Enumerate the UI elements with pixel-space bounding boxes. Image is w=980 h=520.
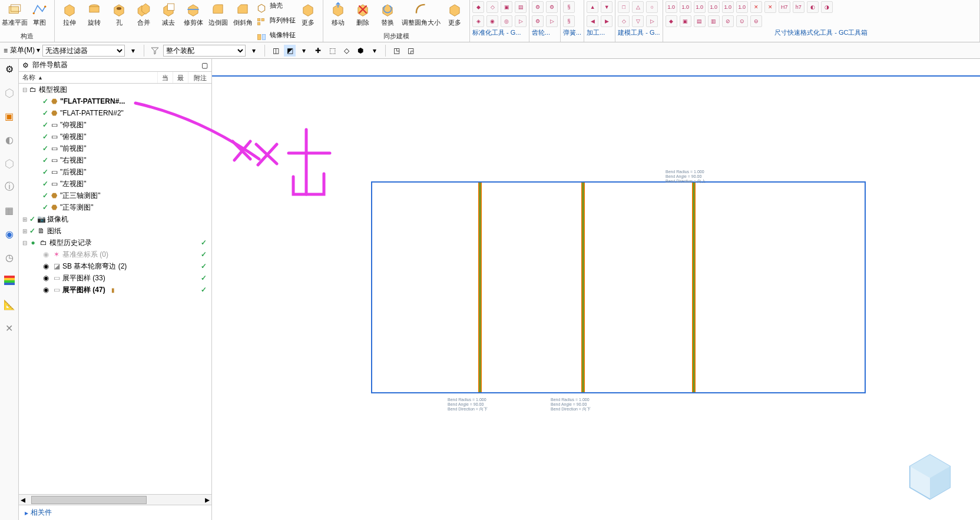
- delete-button[interactable]: 删除: [350, 0, 375, 26]
- gear-icon[interactable]: ⚙: [546, 1, 558, 13]
- assy-dd-icon[interactable]: ▾: [248, 45, 260, 57]
- more2-button[interactable]: 更多: [442, 0, 467, 26]
- dim-icon[interactable]: 1.0: [708, 1, 720, 13]
- more1-button[interactable]: 更多: [296, 0, 320, 26]
- tool-spring-label[interactable]: 弹簧...: [563, 28, 581, 37]
- pattern-button[interactable]: [255, 16, 268, 29]
- model-icon[interactable]: □: [618, 1, 630, 13]
- dim-icon[interactable]: ⊖: [750, 15, 762, 27]
- resize-button[interactable]: 调整圆角大小: [400, 0, 442, 26]
- tree-cameras[interactable]: ⊞✓📷摄像机: [19, 213, 211, 225]
- toolbar-icon[interactable]: ◫: [270, 45, 282, 57]
- model-icon[interactable]: △: [632, 1, 644, 13]
- globe-icon[interactable]: ◉: [3, 227, 16, 240]
- toolbar-icon[interactable]: ◇: [340, 45, 352, 57]
- funnel-icon[interactable]: [149, 45, 161, 57]
- replace-button[interactable]: 替换: [375, 0, 400, 26]
- gear-icon[interactable]: ⚙: [532, 15, 544, 27]
- dim-icon[interactable]: ◑: [821, 1, 833, 13]
- canvas[interactable]: Bend Radius = 1.000Bend Angle = 90.00Ben…: [212, 59, 980, 520]
- std-icon[interactable]: ◎: [501, 15, 512, 27]
- navigator-scrollbar[interactable]: ◂▸: [19, 494, 211, 505]
- std-icon[interactable]: ▣: [501, 1, 512, 13]
- cube-icon[interactable]: [3, 86, 16, 99]
- surface-icon[interactable]: ◐: [3, 133, 16, 146]
- subtract-button[interactable]: 减去: [156, 0, 181, 26]
- tool-model-label[interactable]: 建模工具 - G...: [618, 28, 660, 37]
- toolbar-icon[interactable]: ◳: [390, 45, 402, 57]
- dim-icon[interactable]: ▥: [708, 15, 720, 27]
- dim-icon[interactable]: ✕: [764, 1, 776, 13]
- flat-pattern-sheet[interactable]: [371, 181, 866, 393]
- dim-icon[interactable]: h7: [793, 1, 804, 13]
- toolbar-icon[interactable]: ✚: [312, 45, 324, 57]
- tree-history[interactable]: ⊟●🗀模型历史记录✓: [19, 237, 211, 249]
- toolbar-icon-active[interactable]: ◩: [284, 45, 296, 57]
- dim-icon[interactable]: ◐: [807, 1, 819, 13]
- std-icon[interactable]: ◈: [472, 15, 484, 27]
- spring-icon[interactable]: §: [563, 1, 575, 13]
- dim-icon[interactable]: ◆: [666, 15, 677, 27]
- mirror-button[interactable]: [255, 31, 268, 44]
- model-icon[interactable]: ○: [646, 1, 658, 13]
- std-icon[interactable]: ◉: [486, 15, 498, 27]
- gear-icon[interactable]: ⚙: [3, 62, 16, 75]
- filter-icon[interactable]: ▾: [127, 45, 139, 57]
- eye-icon[interactable]: ◉: [41, 273, 51, 283]
- toolbar-icon[interactable]: ⬢: [355, 45, 366, 57]
- menu-button[interactable]: 菜单(M) ▾: [10, 45, 40, 55]
- std-icon[interactable]: ◆: [472, 1, 484, 13]
- maximize-icon[interactable]: ▢: [201, 61, 208, 69]
- dim-icon[interactable]: ⊘: [722, 15, 734, 27]
- info-icon[interactable]: ⓘ: [3, 180, 16, 193]
- spring-icon[interactable]: §: [563, 15, 575, 27]
- eye-icon[interactable]: ◉: [41, 250, 51, 259]
- dim-icon[interactable]: ✕: [750, 1, 762, 13]
- mach-icon[interactable]: ◀: [587, 15, 598, 27]
- toolbar-icon[interactable]: ▾: [369, 45, 380, 57]
- hamburger-icon[interactable]: ≡: [4, 47, 8, 55]
- camera-icon[interactable]: ▣: [3, 110, 16, 122]
- col-cur-header[interactable]: 当: [157, 72, 173, 83]
- assembly-select[interactable]: 整个装配: [163, 45, 246, 57]
- tool-std-label[interactable]: 标准化工具 - G...: [472, 28, 527, 37]
- chamfer-button[interactable]: 倒斜角: [230, 0, 255, 26]
- dim-icon[interactable]: ▣: [680, 15, 691, 27]
- datum-plane-button[interactable]: 基准平面: [2, 0, 27, 26]
- tool-icon[interactable]: ✕: [3, 322, 16, 334]
- sketch-button[interactable]: 草图: [27, 0, 52, 26]
- mach-icon[interactable]: ▶: [601, 15, 612, 27]
- palette-icon[interactable]: [3, 274, 16, 287]
- move-button[interactable]: 移动: [326, 0, 350, 26]
- calendar-icon[interactable]: ▦: [3, 204, 16, 217]
- toolbar-icon[interactable]: ▾: [298, 45, 310, 57]
- dim-icon[interactable]: 1.0: [680, 1, 691, 13]
- dim-icon[interactable]: 1.0: [694, 1, 706, 13]
- std-icon[interactable]: ▤: [515, 1, 527, 13]
- mach-icon[interactable]: ▲: [587, 1, 598, 13]
- dim-icon[interactable]: 1.0: [666, 1, 677, 13]
- filter-select[interactable]: 无选择过滤器: [42, 45, 125, 57]
- model-icon[interactable]: ◇: [618, 15, 630, 27]
- edgeblend-button[interactable]: 边倒圆: [206, 0, 230, 26]
- tree-drawings[interactable]: ⊞✓🗎图纸: [19, 225, 211, 237]
- gear-icon[interactable]: ⚙: [532, 1, 544, 13]
- tree-flat33[interactable]: ◉▭展平图样 (33)✓: [19, 272, 211, 284]
- navigator-footer[interactable]: ▸相关件: [19, 505, 211, 520]
- dim-icon[interactable]: 1.0: [722, 1, 734, 13]
- unite-button[interactable]: 合并: [131, 0, 156, 26]
- tree-contour[interactable]: ◉◪SB 基本轮廓弯边 (2)✓: [19, 260, 211, 272]
- col-note-header[interactable]: 附注: [188, 72, 211, 83]
- gear-icon[interactable]: ▷: [546, 15, 558, 27]
- clock-icon[interactable]: ◷: [3, 251, 16, 264]
- measure-icon[interactable]: 📐: [3, 298, 16, 311]
- model-icon[interactable]: ▽: [632, 15, 644, 27]
- col-max-header[interactable]: 最: [173, 72, 188, 83]
- tool-dim-label[interactable]: 尺寸快速格式化工具 - GC工具箱: [666, 28, 977, 37]
- model-icon[interactable]: ▷: [646, 15, 658, 27]
- eye-icon[interactable]: ◉: [41, 261, 51, 271]
- revolve-button[interactable]: 旋转: [82, 0, 107, 26]
- std-icon[interactable]: ▷: [515, 15, 527, 27]
- shell-button[interactable]: [255, 1, 268, 14]
- dim-icon[interactable]: ⊙: [736, 15, 748, 27]
